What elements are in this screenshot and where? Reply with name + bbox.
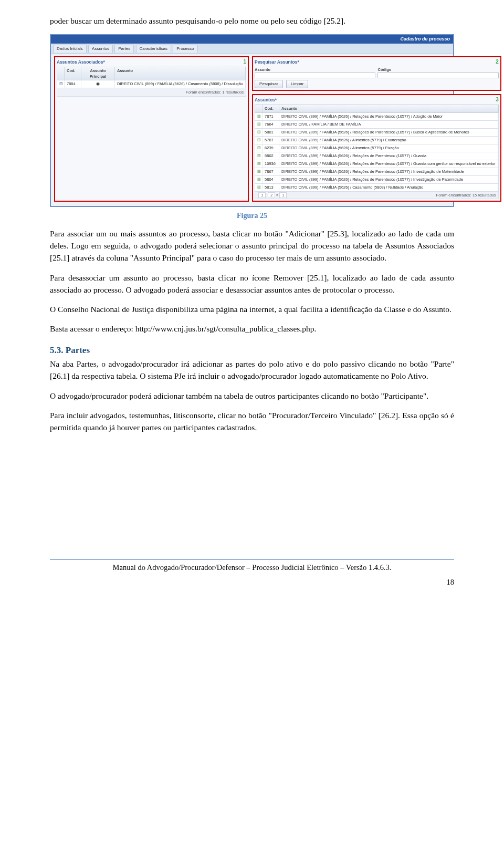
table-row: ⊞ 6239 DIREITO CIVIL (899) / FAMÍLIA (56… xyxy=(255,144,499,152)
page-2-link[interactable]: 2 xyxy=(268,192,275,198)
footer-divider xyxy=(50,559,454,560)
page-footer: Manual do Advogado/Procurador/Defensor –… xyxy=(50,559,454,588)
add-icon[interactable]: ⊞ xyxy=(255,121,262,128)
add-icon[interactable]: ⊞ xyxy=(255,152,262,160)
page-1-link[interactable]: 1 xyxy=(258,192,266,198)
page-input[interactable]: 1 xyxy=(279,192,287,198)
body-paragraph: Para desassociar um assunto ao processo,… xyxy=(50,272,454,296)
table-row: ⊞ 5813 DIREITO CIVIL (899) / FAMÍLIA (56… xyxy=(255,184,499,192)
label-assunto: Assunto xyxy=(255,67,375,72)
panel-title-associados: Assuntos Associados* xyxy=(57,59,246,66)
table-row: ⊞ 5802 DIREITO CIVIL (899) / FAMÍLIA (56… xyxy=(255,152,499,160)
table-row: ⊞ 7871 DIREITO CIVIL (899) / FAMÍLIA (56… xyxy=(255,113,499,121)
callout-3: 3 xyxy=(496,96,499,103)
results-count-right: Foram encontrados: 15 resultados xyxy=(436,192,496,198)
table-header: Cod. Assunto Principal Assunto xyxy=(57,67,246,81)
body-paragraph: Para associar um ou mais assuntos ao pro… xyxy=(50,227,454,264)
table-row: ⊞ 7867 DIREITO CIVIL (899) / FAMÍLIA (56… xyxy=(255,168,499,176)
remove-icon[interactable]: ⊟ xyxy=(57,80,65,88)
table-row: ⊞ 5787 DIREITO CIVIL (899) / FAMÍLIA (56… xyxy=(255,137,499,144)
table-row: ⊞ 10936 DIREITO CIVIL (899) / FAMÍLIA (5… xyxy=(255,160,499,168)
panel-pesquisar-assuntos: 2 Pesquisar Assuntos* Assunto Código xyxy=(252,56,501,91)
table-row: ⊟ 7884 ◉ DIREITO CIVIL (899) / FAMÍLIA (… xyxy=(57,80,246,88)
body-paragraph: Basta acessar o endereço: http://www.cnj… xyxy=(50,323,454,335)
panel-title-pesquisar: Pesquisar Assuntos* xyxy=(255,59,499,66)
page-number: 18 xyxy=(50,577,454,588)
footer-text: Manual do Advogado/Procurador/Defensor –… xyxy=(50,562,454,574)
section-heading-partes: 5.3. Partes xyxy=(50,344,454,357)
input-codigo[interactable] xyxy=(377,72,498,78)
chevron-right-icon[interactable]: » xyxy=(276,192,278,198)
add-icon[interactable]: ⊞ xyxy=(255,144,262,152)
results-count-left: Foram encontrados: 1 resultados xyxy=(57,88,246,97)
pager: 1 2 » 1 Foram encontrados: 15 resultados xyxy=(255,192,499,199)
body-paragraph: Na aba Partes, o advogado/procurador irá… xyxy=(50,358,454,382)
add-icon[interactable]: ⊞ xyxy=(255,113,262,120)
body-paragraph: Para incluir advogados, testemunhas, lit… xyxy=(50,409,454,434)
tabs-bar: Dados Iniciais Assuntos Partes Caracterí… xyxy=(51,44,453,54)
body-paragraph: O Conselho Nacional de Justiça disponibi… xyxy=(50,303,454,315)
input-assunto[interactable] xyxy=(255,72,375,78)
tab-assuntos[interactable]: Assuntos xyxy=(88,45,113,53)
label-codigo: Código xyxy=(377,67,498,72)
add-icon[interactable]: ⊞ xyxy=(255,184,262,191)
body-paragraph: O advogado/procurador poderá adicionar t… xyxy=(50,390,454,402)
tab-processo[interactable]: Processo xyxy=(173,45,197,53)
panel-title-results: Assuntos* xyxy=(255,97,499,103)
table-row: ⊞ 7664 DIREITO CIVIL / FAMÍLIA / BEM DE … xyxy=(255,121,499,129)
limpar-button[interactable]: Limpar xyxy=(286,80,308,88)
tab-caracteristicas[interactable]: Características xyxy=(136,45,171,53)
lead-paragraph: poder buscar um determinado assunto pesq… xyxy=(50,15,454,27)
cell-principal-radio[interactable]: ◉ xyxy=(81,80,115,88)
callout-1: 1 xyxy=(244,58,247,66)
figure-caption: Figura 25 xyxy=(50,210,454,221)
add-icon[interactable]: ⊞ xyxy=(255,168,262,175)
cell-cod: 7884 xyxy=(65,80,81,88)
cell-assunto: DIREITO CIVIL (899) / FAMÍLIA (5626) / C… xyxy=(115,80,246,88)
table-row: ⊞ 5804 DIREITO CIVIL (899) / FAMÍLIA (56… xyxy=(255,176,499,184)
table-header: Cod. Assunto xyxy=(255,105,499,113)
panel-assuntos-results: 3 Assuntos* Cod. Assunto ⊞ 7871 DIREITO … xyxy=(252,94,501,202)
add-icon[interactable]: ⊞ xyxy=(255,137,262,144)
add-icon[interactable]: ⊞ xyxy=(255,176,262,183)
figure-25-screenshot: Cadastro de processo Dados Iniciais Assu… xyxy=(50,34,454,207)
table-row: ⊞ 5801 DIREITO CIVIL (899) / FAMÍLIA (56… xyxy=(255,129,499,137)
app-window-title: Cadastro de processo xyxy=(51,35,453,44)
tab-dados-iniciais[interactable]: Dados Iniciais xyxy=(53,45,87,53)
add-icon[interactable]: ⊞ xyxy=(255,129,262,136)
panel-assuntos-associados: 1 Assuntos Associados* Cod. Assunto Prin… xyxy=(54,56,249,202)
add-icon[interactable]: ⊞ xyxy=(255,160,262,168)
callout-2: 2 xyxy=(496,58,499,66)
pesquisar-button[interactable]: Pesquisar xyxy=(255,80,283,88)
tab-partes[interactable]: Partes xyxy=(114,45,134,53)
